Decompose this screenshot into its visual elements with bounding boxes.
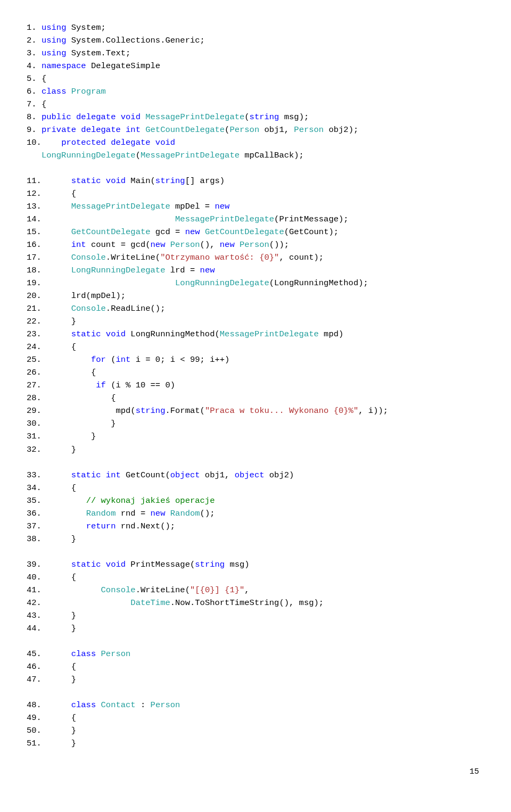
code-line: 23. static void LongRunningMethod(Messag… <box>27 328 484 341</box>
code-token: Person <box>101 649 131 659</box>
code-token: lrd = <box>165 266 200 275</box>
line-number: 11. <box>27 176 42 186</box>
code-token <box>165 509 170 518</box>
code-token <box>42 470 71 480</box>
code-line: 43. } <box>27 609 484 622</box>
code-block: 33. static int GetCount(object obj1, obj… <box>27 469 484 545</box>
code-token <box>42 278 175 288</box>
code-token <box>42 227 71 237</box>
page-number: 15 <box>27 766 484 778</box>
code-token: Main( <box>126 176 155 186</box>
code-line: 48. class Contact : Person <box>27 699 484 711</box>
line-number: 38. <box>27 534 42 544</box>
code-token: .WriteLine( <box>106 253 160 262</box>
line-number: 10. <box>27 138 42 147</box>
code-token: rnd.Next(); <box>116 521 175 531</box>
code-token: count = gcd( <box>86 240 151 250</box>
code-token: private delegate int <box>42 125 141 135</box>
code-line: 5. { <box>27 72 484 85</box>
code-token: "Otrzymano wartość: {0}" <box>160 253 279 262</box>
code-token <box>42 202 71 211</box>
code-line: 29. mpd(string.Format("Praca w toku... W… <box>27 404 484 417</box>
code-token: static void <box>71 560 126 569</box>
code-token: "Praca w toku... Wykonano {0}%" <box>205 406 358 416</box>
line-number: 21. <box>27 304 42 313</box>
code-token: { <box>37 100 47 109</box>
code-line: 1. using System; <box>27 21 484 34</box>
code-token: , i)); <box>358 406 388 416</box>
line-number: 41. <box>27 585 42 595</box>
code-line: 9. private delegate int GetCountDelegate… <box>27 123 484 136</box>
code-token: MessagePrintDelegate <box>175 214 274 224</box>
code-token: Person <box>151 700 180 710</box>
code-line: 39. static void PrintMessage(string msg) <box>27 558 484 571</box>
code-token: // wykonaj jakieś operacje <box>86 496 215 506</box>
code-token: GetCountDelegate <box>205 227 284 237</box>
code-token: { <box>42 713 76 723</box>
code-token <box>96 700 101 710</box>
code-token: LongRunningDelegate <box>42 151 136 160</box>
code-line: 24. { <box>27 341 484 353</box>
line-number: 47. <box>27 675 42 684</box>
line-number: 17. <box>27 253 42 262</box>
code-token <box>37 23 42 32</box>
code-token: int <box>71 240 86 250</box>
code-token: Person <box>294 125 324 135</box>
line-number: 34. <box>27 483 42 493</box>
code-token: public delegate void <box>42 112 141 122</box>
code-line: 10. protected delegate void <box>27 136 484 149</box>
code-token <box>42 214 175 224</box>
line-number: 1. <box>27 23 37 32</box>
code-token: ( <box>244 112 249 122</box>
code-token: { <box>42 189 76 198</box>
line-number: 42. <box>27 598 42 608</box>
code-line: 40. { <box>27 571 484 584</box>
code-token <box>42 355 91 364</box>
code-token <box>42 240 71 250</box>
code-token: .ReadLine(); <box>106 304 166 313</box>
code-token: Person <box>229 125 259 135</box>
code-token: (i % 10 == 0) <box>106 380 175 390</box>
line-number: 25. <box>27 355 42 364</box>
code-token: } <box>42 419 116 428</box>
code-token: string <box>250 112 279 122</box>
code-line: 19. LongRunningDelegate(LongRunningMetho… <box>27 277 484 289</box>
line-number: 6. <box>27 87 37 96</box>
code-token: MessagePrintDelegate <box>220 329 319 339</box>
line-number: 23. <box>27 329 42 339</box>
line-number: 32. <box>27 445 42 454</box>
line-number: 35. <box>27 496 42 506</box>
code-token <box>42 253 71 262</box>
code-token: new <box>151 240 166 250</box>
code-token: Console <box>101 585 136 595</box>
code-token <box>37 48 42 58</box>
code-line: 21. Console.ReadLine(); <box>27 302 484 315</box>
line-number: 31. <box>27 432 42 441</box>
code-line: 38. } <box>27 533 484 545</box>
line-number: 2. <box>27 36 37 45</box>
code-line: 30. } <box>27 417 484 430</box>
code-token: { <box>42 393 116 403</box>
line-number: 39. <box>27 560 42 569</box>
code-line: 33. static int GetCount(object obj1, obj… <box>27 469 484 482</box>
code-line: 46. { <box>27 660 484 673</box>
code-token: namespace <box>42 61 86 71</box>
code-token: } <box>42 611 76 620</box>
code-token: ( <box>106 355 116 364</box>
code-line: 32. } <box>27 443 484 456</box>
code-line: LongRunningDelegate(MessagePrintDelegate… <box>27 149 484 162</box>
code-token: System.Collections.Generic; <box>66 36 204 45</box>
code-token: mpd( <box>42 406 136 416</box>
code-token: MessagePrintDelegate <box>141 151 240 160</box>
code-token: new <box>215 202 229 211</box>
code-token: protected delegate void <box>61 138 175 147</box>
line-number: 7. <box>27 100 37 109</box>
code-line: 50. } <box>27 724 484 737</box>
code-token: { <box>37 74 47 84</box>
code-token: new <box>185 227 200 237</box>
line-number: 28. <box>27 393 42 403</box>
code-token: DelegateSimple <box>86 61 161 71</box>
code-token: GetCountDelegate <box>145 125 225 135</box>
code-token: Console <box>71 253 106 262</box>
code-token <box>42 496 86 506</box>
